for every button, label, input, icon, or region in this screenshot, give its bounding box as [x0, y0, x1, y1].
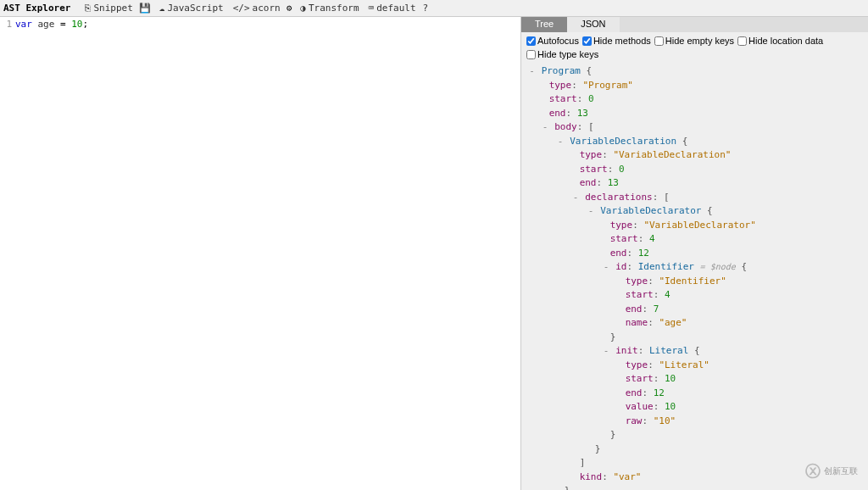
- mode-menu[interactable]: ⌨default: [366, 3, 416, 14]
- hide-type-checkbox[interactable]: [526, 50, 536, 59]
- collapse-icon[interactable]: -: [528, 64, 536, 79]
- opt-hide-location[interactable]: Hide location data: [737, 36, 823, 46]
- transform-label: Transform: [309, 3, 359, 14]
- tab-tree[interactable]: Tree: [521, 17, 567, 32]
- watermark-icon: ⓧ: [805, 461, 821, 482]
- transform-toggle[interactable]: ◑Transform: [298, 3, 359, 14]
- watermark-text: 创新互联: [824, 465, 858, 477]
- node-program[interactable]: Program: [542, 65, 581, 76]
- collapse-icon[interactable]: -: [542, 120, 549, 135]
- hide-type-label: Hide type keys: [537, 49, 598, 59]
- parser-menu[interactable]: </>acorn: [231, 3, 281, 14]
- collapse-icon[interactable]: -: [603, 260, 610, 275]
- main: 1 var age = 10; Tree JSON Autofocus Hide…: [0, 17, 868, 490]
- collapse-icon[interactable]: -: [557, 135, 565, 149]
- hide-methods-checkbox[interactable]: [582, 36, 592, 46]
- snippet-icon: ⎘: [85, 3, 91, 14]
- toolbar: AST Explorer ⎘Snippet 💾 ☁JavaScript </>a…: [0, 0, 868, 17]
- language-menu[interactable]: ☁JavaScript: [157, 3, 224, 14]
- hide-methods-label: Hide methods: [593, 36, 651, 46]
- ast-tree[interactable]: - Program { type: "Program" start: 0 end…: [521, 63, 868, 490]
- help-button[interactable]: ?: [423, 3, 429, 14]
- output-tabs: Tree JSON: [521, 17, 868, 32]
- tab-json[interactable]: JSON: [567, 17, 619, 32]
- mode-label: default: [376, 3, 415, 14]
- parser-label: acorn: [253, 3, 281, 14]
- node-literal[interactable]: Literal: [649, 345, 688, 356]
- autofocus-label: Autofocus: [537, 36, 579, 46]
- opt-autofocus[interactable]: Autofocus: [526, 36, 579, 46]
- watermark: ⓧ 创新互联: [805, 461, 858, 482]
- code-content: var age = 10;: [15, 19, 88, 30]
- node-vardecl[interactable]: VariableDeclaration: [570, 136, 676, 147]
- hide-empty-checkbox[interactable]: [654, 36, 664, 46]
- gear-icon[interactable]: ⚙: [287, 3, 292, 14]
- cloud-icon: ☁: [159, 3, 165, 14]
- opt-hide-methods[interactable]: Hide methods: [582, 36, 651, 46]
- opt-hide-empty[interactable]: Hide empty keys: [654, 36, 734, 46]
- keyboard-icon: ⌨: [369, 3, 375, 14]
- toggle-icon: ◑: [300, 3, 306, 14]
- tree-options: Autofocus Hide methods Hide empty keys H…: [521, 32, 868, 63]
- node-identifier[interactable]: Identifier: [638, 261, 694, 272]
- snippet-label: Snippet: [93, 3, 132, 14]
- language-label: JavaScript: [167, 3, 223, 14]
- collapse-icon[interactable]: -: [587, 204, 595, 219]
- opt-hide-type[interactable]: Hide type keys: [526, 49, 598, 59]
- code-editor[interactable]: 1 var age = 10;: [0, 17, 521, 490]
- hide-location-checkbox[interactable]: [737, 36, 747, 46]
- snippet-menu[interactable]: ⎘Snippet: [82, 3, 132, 14]
- line-number: 1: [0, 19, 15, 30]
- code-icon: </>: [233, 3, 250, 14]
- save-icon[interactable]: 💾: [139, 3, 151, 14]
- output-panel: Tree JSON Autofocus Hide methods Hide em…: [521, 17, 868, 490]
- app-title: AST Explorer: [3, 3, 70, 14]
- hide-location-label: Hide location data: [748, 36, 823, 46]
- autofocus-checkbox[interactable]: [526, 36, 536, 46]
- hide-empty-label: Hide empty keys: [665, 36, 734, 46]
- collapse-icon[interactable]: -: [603, 344, 610, 359]
- node-vardeclarator[interactable]: VariableDeclarator: [600, 205, 701, 216]
- editor-line: 1 var age = 10;: [0, 19, 520, 30]
- collapse-icon[interactable]: -: [572, 191, 580, 205]
